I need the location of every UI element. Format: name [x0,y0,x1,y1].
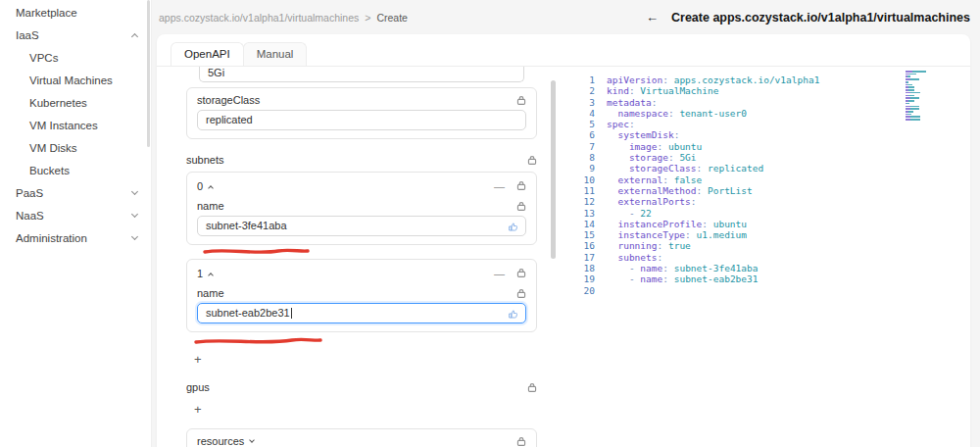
minimap-line [906,119,920,121]
code-line-content: namespace: tenant-user0 [607,108,747,119]
line-number: 19 [571,273,595,284]
sidebar-item-administration[interactable]: Administration [0,226,151,249]
code-line: 20 [571,285,970,296]
code-line-content: instanceType: u1.medium [607,229,747,240]
code-line-content: running: true [607,240,691,251]
minimap-line [906,75,910,77]
lock-icon [516,95,526,106]
code-line: 17 subnets: [571,252,970,263]
add-subnet-button[interactable]: + [186,352,206,367]
code-line-content: spec: [607,119,635,129]
minimap-line [906,103,909,105]
minimap-line [906,116,920,118]
code-line-content: image: ubuntu [607,141,702,152]
code-line-content: - 22 [607,208,652,219]
minimap-line [906,106,919,108]
sidebar-item-label: Buckets [29,165,70,176]
thumbs-up-icon[interactable] [508,221,519,236]
subnet-0-name-value: subnet-3fe41aba [206,220,287,231]
code-line: 8 storage: 5Gi [571,152,970,163]
storageclass-input[interactable]: replicated [197,110,526,130]
card-content: 5Gi storageClass replicated [157,67,970,447]
subnet-1-name-input[interactable]: subnet-eab2be31 [197,303,526,323]
line-number: 13 [571,208,595,219]
subnet-item-0-toggle[interactable]: 0 [197,180,213,192]
topbar: apps.cozystack.io/v1alpha1/virtualmachin… [152,0,980,34]
sidebar-item-iaas[interactable]: IaaS [0,24,151,46]
subnet-item-1: 1 — name [186,259,537,332]
subnet-item-1-index: 1 [197,268,203,279]
code-line: 16 running: true [571,240,970,251]
tab-openapi[interactable]: OpenAPI [171,42,244,66]
code-line-content: storage: 5Gi [607,152,697,163]
sidebar-item-naas[interactable]: NaaS [0,204,151,226]
resources-collapse[interactable]: resources [186,428,537,447]
lock-icon [527,382,537,393]
lock-icon [516,436,526,447]
remove-item-button[interactable]: — [494,181,505,191]
sidebar-item-virtual-machines[interactable]: Virtual Machines [0,69,151,91]
breadcrumb: apps.cozystack.io/v1alpha1/virtualmachin… [159,12,408,24]
sidebar: MarketplaceIaaSVPCsVirtual MachinesKuber… [0,0,152,447]
code-line-content: systemDisk: [607,129,679,140]
subnet-item-0-index: 0 [197,180,203,192]
minimap-line [906,95,914,97]
minimap-line [906,97,919,99]
back-arrow-icon[interactable]: ← [646,10,659,25]
code-line-content: metadata: [607,97,658,108]
sidebar-item-marketplace[interactable]: Marketplace [0,1,151,24]
subnet-0-name-input[interactable]: subnet-3fe41aba [197,216,526,236]
code-line-content: subnets: [607,252,662,263]
line-number: 9 [571,163,595,174]
sidebar-item-vm-disks[interactable]: VM Disks [0,136,151,159]
code-line: 12 externalPorts: [571,196,970,207]
gpus-section-header: gpus [186,381,537,393]
line-number: 17 [571,252,595,263]
sidebar-item-buckets[interactable]: Buckets [0,159,151,181]
line-number: 16 [571,240,595,251]
chevron-up-icon [208,273,214,278]
minimap-line [906,71,926,73]
lock-icon [516,288,526,299]
line-number: 11 [571,185,595,196]
sidebar-item-kubernetes[interactable]: Kubernetes [0,91,151,114]
sidebar-item-label: VPCs [29,52,58,64]
editor-minimap[interactable] [906,71,931,124]
subnets-section-header: subnets [186,154,537,166]
sidebar-item-vm-instances[interactable]: VM Instances [0,114,151,136]
sidebar-item-vpcs[interactable]: VPCs [0,46,151,69]
thumbs-up-icon[interactable] [508,308,519,323]
yaml-editor[interactable]: 1apiVersion: apps.cozystack.io/v1alpha12… [556,67,970,447]
minimap-line [906,74,916,75]
subnet-item-1-toggle[interactable]: 1 [197,268,213,279]
remove-item-button[interactable]: — [494,269,505,278]
tabs: OpenAPI Manual [157,34,970,67]
chevron-down-icon [131,232,138,239]
minimap-line [906,81,908,83]
add-gpu-button[interactable]: + [186,402,206,417]
code-line: 9 storageClass: replicated [571,163,970,174]
code-line: 11 externalMethod: PortList [571,185,970,196]
app-screen: MarketplaceIaaSVPCsVirtual MachinesKuber… [0,0,980,447]
line-number: 12 [571,196,595,207]
minimap-line [906,84,912,86]
line-number: 14 [571,219,595,229]
tab-manual[interactable]: Manual [243,42,308,66]
breadcrumb-current: Create [376,12,408,24]
code-line-content: - name: subnet-eab2be31 [607,273,758,284]
minimap-line [906,114,911,116]
lock-icon [516,180,526,191]
minimap-line [906,89,914,91]
line-number: 5 [571,119,595,129]
code-line-content: storageClass: replicated [607,163,763,174]
gpus-label: gpus [186,381,210,393]
code-line: 14 instanceProfile: ubuntu [571,219,970,229]
page-title: Create apps.cozystack.io/v1alpha1/virtua… [671,11,970,25]
sidebar-item-paas[interactable]: PaaS [0,181,151,204]
sidebar-scrollbar[interactable] [147,0,150,147]
storage-input-partial[interactable]: 5Gi [199,67,524,82]
sidebar-item-label: VM Disks [29,142,77,154]
lock-icon [516,201,526,212]
breadcrumb-root-link[interactable]: apps.cozystack.io/v1alpha1/virtualmachin… [159,12,359,24]
line-number: 8 [571,152,595,163]
